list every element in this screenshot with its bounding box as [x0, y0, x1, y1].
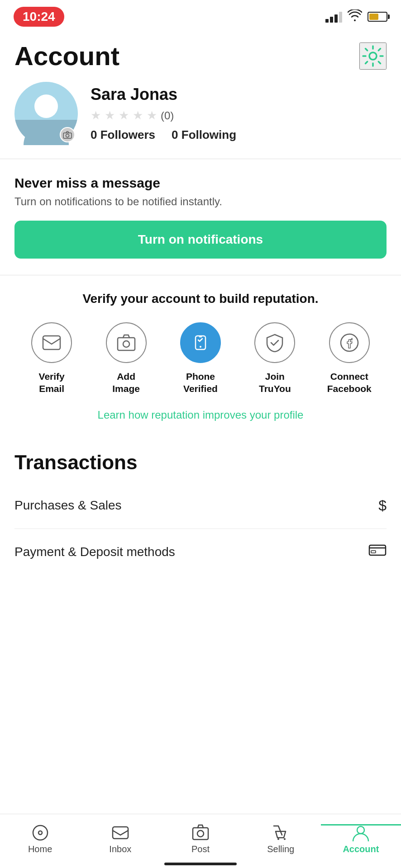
page-header: Account [0, 32, 401, 82]
nav-selling[interactable]: Selling [241, 824, 321, 854]
verify-title: Verify your account to build reputation. [14, 292, 387, 306]
verify-email-icon [31, 322, 72, 363]
post-icon [192, 824, 209, 841]
nav-selling-label: Selling [267, 844, 294, 854]
wifi-icon [348, 9, 362, 24]
purchases-sales-item[interactable]: Purchases & Sales $ [14, 483, 387, 529]
battery-icon [368, 12, 387, 22]
svg-rect-9 [371, 551, 376, 553]
transactions-section: Transactions Purchases & Sales $ Payment… [0, 435, 401, 575]
following-stat[interactable]: 0 Following [172, 128, 236, 142]
star-2: ★ [105, 108, 115, 123]
nav-account-label: Account [343, 844, 379, 854]
verify-email-item[interactable]: VerifyEmail [27, 322, 76, 395]
dollar-icon: $ [378, 497, 387, 514]
star-3: ★ [119, 108, 129, 123]
nav-active-indicator [321, 824, 401, 826]
card-icon [368, 543, 387, 561]
rating-count: (0) [161, 109, 174, 122]
turn-on-notifications-button[interactable]: Turn on notifications [14, 221, 387, 259]
verify-icons-row: VerifyEmail AddImage [14, 322, 387, 395]
followers-stat[interactable]: 0 Followers [91, 128, 155, 142]
signal-bars-icon [325, 11, 342, 23]
svg-point-16 [284, 838, 286, 840]
svg-point-15 [277, 838, 279, 840]
svg-rect-13 [193, 828, 208, 840]
page-title: Account [14, 41, 119, 71]
verify-section: Verify your account to build reputation.… [0, 275, 401, 435]
nav-inbox[interactable]: Inbox [80, 824, 160, 854]
svg-point-17 [357, 826, 364, 834]
verify-facebook-item[interactable]: ConnectFacebook [325, 322, 374, 395]
home-indicator [164, 863, 237, 865]
avatar-head [34, 94, 58, 118]
svg-point-14 [197, 830, 204, 837]
svg-point-10 [33, 826, 48, 840]
verify-email-label: VerifyEmail [39, 370, 65, 395]
rating-row: ★ ★ ★ ★ ★ (0) [91, 108, 387, 123]
user-name: Sara Jonas [91, 85, 387, 104]
status-bar: 10:24 [0, 0, 401, 32]
nav-inbox-label: Inbox [109, 844, 131, 854]
payment-deposit-item[interactable]: Payment & Deposit methods [14, 529, 387, 575]
svg-rect-12 [113, 827, 128, 839]
learn-reputation-link[interactable]: Learn how reputation improves your profi… [14, 409, 387, 421]
followers-row: 0 Followers 0 Following [91, 128, 387, 142]
home-icon [32, 824, 49, 841]
verify-phone-icon [180, 322, 221, 363]
nav-home[interactable]: Home [0, 824, 80, 854]
notification-section: Never miss a message Turn on notificatio… [0, 159, 401, 275]
nav-account[interactable]: Account [321, 824, 401, 854]
verify-image-item[interactable]: AddImage [101, 322, 151, 395]
profile-info: Sara Jonas ★ ★ ★ ★ ★ (0) 0 Followers 0 F… [91, 85, 387, 142]
svg-point-5 [123, 341, 129, 347]
settings-button[interactable] [359, 42, 387, 70]
payment-deposit-label: Payment & Deposit methods [14, 545, 175, 559]
bottom-nav: Home Inbox Post Selling Accou [0, 814, 401, 868]
star-4: ★ [133, 108, 143, 123]
selling-icon [272, 824, 289, 841]
notification-subtitle: Turn on notifications to be notified ins… [14, 195, 387, 208]
svg-point-7 [341, 334, 358, 351]
camera-badge-icon[interactable] [60, 127, 75, 142]
verify-facebook-icon [329, 322, 370, 363]
verify-phone-item[interactable]: PhoneVerified [176, 322, 225, 395]
verify-image-label: AddImage [112, 370, 140, 395]
svg-point-0 [369, 52, 377, 60]
avatar[interactable] [14, 82, 78, 145]
nav-post-label: Post [191, 844, 210, 854]
notification-title: Never miss a message [14, 175, 387, 191]
verify-truyou-item[interactable]: JoinTruYou [250, 322, 300, 395]
star-5: ★ [147, 108, 157, 123]
time-display: 10:24 [14, 7, 64, 27]
status-icons [325, 9, 387, 24]
svg-rect-8 [369, 545, 386, 555]
nav-home-label: Home [28, 844, 52, 854]
purchases-sales-label: Purchases & Sales [14, 498, 122, 513]
inbox-icon [112, 824, 129, 841]
transactions-title: Transactions [14, 451, 387, 474]
verify-image-icon [106, 322, 147, 363]
account-icon [352, 824, 369, 841]
nav-post[interactable]: Post [160, 824, 240, 854]
svg-rect-4 [118, 338, 135, 350]
verify-facebook-label: ConnectFacebook [327, 370, 372, 395]
verify-phone-label: PhoneVerified [183, 370, 218, 395]
svg-point-6 [200, 346, 201, 348]
star-1: ★ [91, 108, 101, 123]
profile-section: Sara Jonas ★ ★ ★ ★ ★ (0) 0 Followers 0 F… [0, 82, 401, 159]
svg-point-11 [38, 831, 42, 835]
verify-truyou-icon [254, 322, 295, 363]
svg-rect-3 [43, 336, 60, 349]
verify-truyou-label: JoinTruYou [259, 370, 291, 395]
svg-point-2 [66, 134, 69, 137]
